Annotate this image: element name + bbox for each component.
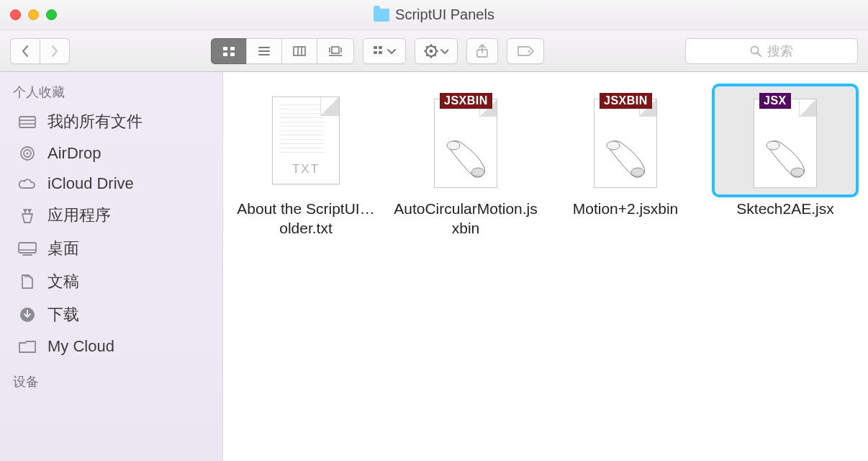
file-icon: JSX [715,86,856,194]
tags-button[interactable] [507,38,544,64]
file-name: AutoCircularMotion.jsxbin [394,199,538,238]
toolbar: 搜索 [0,30,868,72]
sidebar-item-label: 我的所有文件 [48,111,143,133]
sidebar-item-documents[interactable]: 文稿 [0,265,222,298]
sidebar-item-downloads[interactable]: 下载 [0,298,222,331]
applications-icon [17,207,37,224]
close-window-button[interactable] [10,9,21,20]
svg-point-29 [528,50,530,52]
downloads-icon [17,306,37,323]
file-type-badge: JSX [759,93,791,109]
window-body: 个人收藏 我的所有文件 AirDrop iCloud Drive 应用程序 [0,72,868,461]
view-mode-segment [211,38,354,64]
minimize-window-button[interactable] [28,9,39,20]
svg-rect-38 [19,243,36,253]
sidebar-item-apps[interactable]: 应用程序 [0,199,222,232]
view-list-button[interactable] [246,38,281,64]
icloud-icon [17,175,37,192]
svg-rect-32 [19,117,35,127]
file-icon: JSXBIN [555,86,696,194]
svg-rect-15 [379,46,382,49]
share-button[interactable] [466,38,498,64]
window-controls [10,9,57,20]
action-menu-button[interactable] [415,38,458,64]
airdrop-icon [17,145,37,162]
nav-buttons [10,38,70,64]
file-name: Motion+2.jsxbin [573,199,679,218]
svg-point-27 [430,49,433,53]
svg-rect-7 [294,47,305,55]
svg-rect-17 [379,51,382,54]
sidebar-item-label: AirDrop [48,144,101,163]
sidebar-item-label: 下载 [48,304,79,326]
svg-rect-1 [230,47,235,50]
svg-rect-0 [223,47,227,50]
file-type-badge: JSXBIN [440,93,492,109]
file-item[interactable]: JSXBINMotion+2.jsxbin [550,82,701,243]
sidebar-item-icloud[interactable]: iCloud Drive [0,169,222,199]
view-columns-button[interactable] [281,38,317,64]
file-icon: JSXBIN [395,86,536,194]
svg-line-31 [758,53,761,56]
view-icon-button[interactable] [211,38,246,64]
script-scroll-icon [760,133,810,184]
folder-icon [17,338,37,355]
sidebar-section-devices: 设备 [0,369,222,395]
sidebar: 个人收藏 我的所有文件 AirDrop iCloud Drive 应用程序 [0,72,223,461]
svg-line-26 [435,46,435,47]
file-item[interactable]: JSXSktech2AE.jsx [710,82,861,243]
file-item[interactable]: TXTAbout the ScriptUI…older.txt [230,82,381,243]
script-scroll-icon [440,133,491,184]
back-button[interactable] [10,38,40,64]
zoom-window-button[interactable] [46,9,57,20]
window-title-text: ScriptUI Panels [395,6,494,23]
svg-rect-3 [230,53,235,56]
file-grid[interactable]: TXTAbout the ScriptUI…older.txtJSXBINAut… [223,72,868,461]
sidebar-item-airdrop[interactable]: AirDrop [0,138,222,169]
sidebar-item-mycloud[interactable]: My Cloud [0,331,222,362]
file-icon: TXT [235,86,376,194]
script-scroll-icon [600,133,651,184]
sidebar-section-favorites: 个人收藏 [0,79,222,105]
folder-icon [374,9,389,22]
file-name: Sktech2AE.jsx [736,199,833,218]
sidebar-item-label: 应用程序 [48,205,111,226]
svg-rect-2 [223,53,227,56]
svg-point-37 [26,152,28,154]
svg-line-23 [427,46,428,47]
file-type-badge: JSXBIN [600,93,652,109]
search-field[interactable]: 搜索 [685,38,858,64]
window-title: ScriptUI Panels [0,6,868,23]
sidebar-item-all-files[interactable]: 我的所有文件 [0,105,222,138]
search-placeholder: 搜索 [767,42,793,60]
sidebar-item-label: 桌面 [48,238,79,259]
svg-line-24 [435,54,435,55]
view-coverflow-button[interactable] [317,38,354,64]
search-icon [750,45,761,57]
svg-rect-10 [332,47,339,53]
sidebar-item-label: My Cloud [48,337,114,356]
file-item[interactable]: JSXBINAutoCircularMotion.jsxbin [390,82,541,243]
arrange-menu-button[interactable] [363,38,406,64]
svg-rect-16 [374,51,377,54]
titlebar: ScriptUI Panels [0,0,868,30]
svg-rect-14 [374,46,377,49]
sidebar-item-desktop[interactable]: 桌面 [0,232,222,265]
desktop-icon [17,240,37,257]
txt-badge: TXT [273,162,339,176]
file-name: About the ScriptUI…older.txt [235,199,377,238]
all-files-icon [17,113,37,130]
sidebar-item-label: 文稿 [48,271,79,292]
sidebar-item-label: iCloud Drive [48,174,134,193]
svg-line-25 [427,54,428,55]
forward-button[interactable] [40,38,70,64]
documents-icon [17,273,37,290]
